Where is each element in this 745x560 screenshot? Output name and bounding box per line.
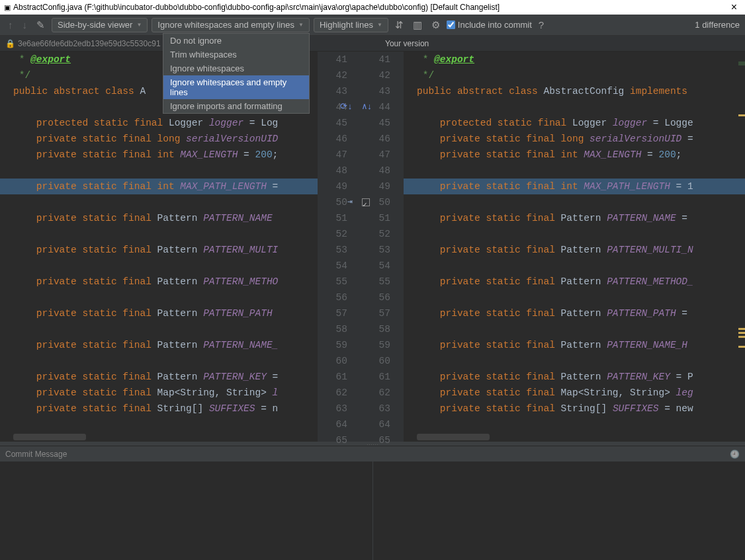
whitespace-option[interactable]: Ignore whitespaces [163, 61, 309, 75]
code-line [0, 353, 318, 369]
line-number: 48 [318, 163, 354, 179]
line-number: 46 [361, 131, 397, 147]
code-line: private static final long serialVersionU… [0, 131, 318, 147]
line-number: 53 [361, 242, 397, 258]
line-number: 54 [318, 258, 354, 274]
line-number: 62 [318, 385, 354, 401]
code-line: private static final Map<String, String>… [404, 385, 745, 401]
code-line: private static final Pattern PATTERN_PAT… [404, 305, 745, 321]
code-line [404, 290, 745, 305]
change-markers [737, 52, 745, 442]
code-line [404, 353, 745, 369]
code-line [0, 258, 318, 274]
code-line: private static final Pattern PATTERN_NAM… [0, 337, 318, 353]
line-number: 63 [361, 401, 397, 417]
line-number: 43 [361, 83, 397, 99]
line-number: 65 [361, 432, 397, 448]
line-number: 56 [361, 290, 397, 305]
line-number: 56 [318, 290, 354, 305]
line-number: 64 [361, 417, 397, 432]
code-line [0, 163, 318, 179]
line-number: 55 [361, 274, 397, 290]
code-line [404, 163, 745, 179]
line-number: 57 [318, 305, 354, 321]
line-number: 55 [318, 274, 354, 290]
sync-scroll-icon[interactable]: ▥ [410, 18, 425, 32]
line-number: 60 [318, 353, 354, 369]
line-number: 41 [318, 52, 354, 67]
right-pane[interactable]: * @export */public abstract class Abstra… [404, 52, 745, 442]
lock-icon: 🔒 [5, 39, 15, 48]
code-line: private static final String[] SUFFIXES =… [404, 401, 745, 417]
left-line-numbers: 414243⟳↓444546474849⇥5051525354555657585… [318, 52, 361, 442]
code-line: private static final Pattern PATTERN_KEY… [404, 369, 745, 385]
code-line [404, 417, 745, 432]
line-number: 59 [318, 337, 354, 353]
code-line: */ [404, 67, 745, 83]
code-line: private static final Pattern PATTERN_NAM… [0, 210, 318, 226]
line-number: 57 [361, 305, 397, 321]
next-diff-icon[interactable]: ↓ [20, 18, 30, 32]
code-line [0, 321, 318, 337]
window-titlebar: ▣ AbstractConfig.java (F:\github\incubat… [0, 0, 745, 15]
code-line: private static final Pattern PATTERN_PAT… [0, 305, 318, 321]
code-line: private static final Pattern PATTERN_MET… [404, 274, 745, 290]
whitespace-option[interactable]: Trim whitespaces [163, 48, 309, 61]
center-gutter: 414243⟳↓444546474849⇥5051525354555657585… [318, 52, 404, 442]
commit-message-area[interactable] [0, 461, 745, 560]
whitespace-option[interactable]: Do not ignore [163, 34, 309, 48]
whitespace-option[interactable]: Ignore whitespaces and empty lines [163, 75, 309, 99]
collapse-icon[interactable]: ⇵ [392, 18, 406, 32]
whitespace-dropdown[interactable]: Ignore whitespaces and empty lines▼ [152, 18, 310, 32]
highlight-dropdown[interactable]: Highlight lines▼ [314, 18, 388, 32]
line-number: 41 [361, 52, 397, 67]
horizontal-scrollbar[interactable] [13, 434, 86, 440]
line-number: 64 [318, 417, 354, 432]
include-into-commit-checkbox[interactable]: Include into commit [447, 20, 532, 30]
settings-icon[interactable]: ⚙ [429, 18, 443, 32]
right-line-numbers: 41424344∧↓454647484950515253545556575859… [361, 52, 404, 442]
code-line [0, 194, 318, 210]
code-line [404, 194, 745, 210]
line-number: ⇥50 [318, 194, 354, 210]
line-number: ⟳↓44 [318, 99, 354, 115]
help-icon[interactable]: ? [536, 18, 547, 32]
history-icon[interactable]: 🕘 [730, 450, 740, 459]
close-icon[interactable]: × [727, 1, 741, 13]
code-line: private static final int MAX_PATH_LENGTH… [404, 179, 745, 194]
code-line: private static final Pattern PATTERN_MUL… [0, 242, 318, 258]
code-line: protected static final Logger logger = L… [404, 115, 745, 131]
line-number: 50 [361, 194, 397, 210]
horizontal-scrollbar[interactable] [417, 434, 490, 440]
line-number: 52 [318, 226, 354, 242]
line-number: 42 [361, 67, 397, 83]
line-number: 53 [318, 242, 354, 258]
line-number: 59 [361, 337, 397, 353]
whitespace-option[interactable]: Ignore imports and formatting [163, 99, 309, 113]
prev-diff-icon[interactable]: ↑ [5, 18, 16, 32]
revision-bar: 🔒3e6ae66fde6db2edb139e59d3c5530c91 Your … [0, 36, 745, 52]
line-number: 58 [361, 321, 397, 337]
viewer-mode-dropdown[interactable]: Side-by-side viewer▼ [52, 18, 148, 32]
code-line: public abstract class AbstractConfig imp… [404, 83, 745, 99]
line-number: 51 [361, 210, 397, 226]
difference-count: 1 difference [695, 20, 740, 30]
code-line: private static final long serialVersionU… [404, 131, 745, 147]
edit-icon[interactable]: ✎ [34, 18, 48, 32]
code-line: private static final String[] SUFFIXES =… [0, 401, 318, 417]
line-number: 47 [318, 147, 354, 163]
code-line [404, 226, 745, 242]
line-number: 62 [361, 385, 397, 401]
line-number: 54 [361, 258, 397, 274]
line-number: 42 [318, 67, 354, 83]
line-number: 43 [318, 83, 354, 99]
line-number: 46 [318, 131, 354, 147]
code-line: * @export [404, 52, 745, 67]
code-line [404, 99, 745, 115]
code-line [0, 226, 318, 242]
diff-view: * @export */public abstract class A prot… [0, 52, 745, 442]
line-number: 45 [361, 115, 397, 131]
app-icon: ▣ [4, 3, 11, 12]
line-number: 61 [361, 369, 397, 385]
commit-message-label: Commit Message [5, 450, 67, 459]
